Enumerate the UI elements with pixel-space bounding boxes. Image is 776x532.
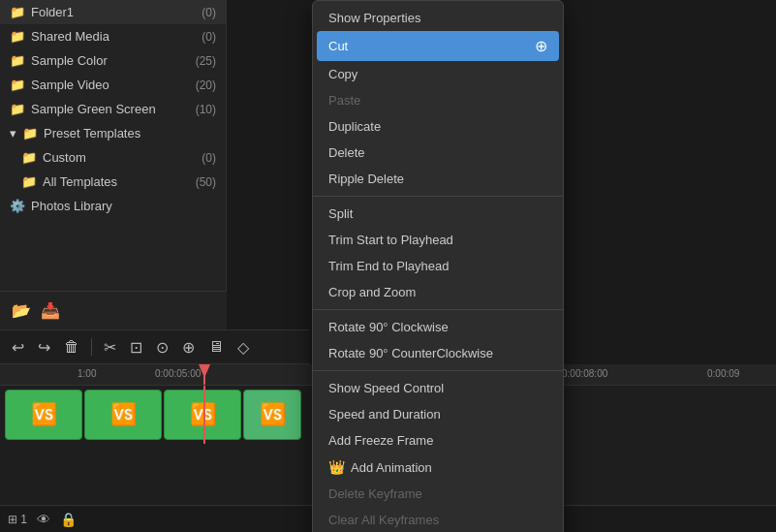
sidebar-item-label: Sample Video bbox=[31, 78, 109, 92]
menu-item-label: Cut bbox=[328, 39, 348, 53]
sidebar-item-label: Shared Media bbox=[31, 29, 109, 44]
menu-item-freeze-frame[interactable]: Add Freeze Frame bbox=[313, 427, 563, 454]
menu-item-speed-duration[interactable]: Speed and Duration bbox=[313, 401, 563, 427]
transform-button[interactable]: ⊕ bbox=[178, 336, 199, 359]
context-menu: Show Properties Cut ⊕ Copy Paste Duplica… bbox=[312, 0, 564, 532]
sidebar-item-count: (0) bbox=[202, 6, 216, 19]
ruler-mark-3: 0:00:08:00 bbox=[562, 368, 607, 379]
menu-item-clear-keyframes: Clear All Keyframes bbox=[313, 507, 563, 532]
sidebar-item-label: Photos Library bbox=[31, 199, 112, 213]
menu-item-label: Crop and Zoom bbox=[328, 285, 416, 299]
menu-divider-3 bbox=[313, 370, 563, 371]
menu-item-label: Rotate 90° CounterClockwise bbox=[328, 346, 493, 360]
screen-button[interactable]: 🖥 bbox=[204, 336, 228, 358]
sidebar-item-folder1[interactable]: 📁 Folder1 (0) bbox=[0, 0, 226, 24]
chevron-down-icon: ▾ bbox=[10, 126, 16, 141]
folder-icon: 📁 bbox=[21, 174, 37, 189]
folder-icon: 📁 bbox=[10, 102, 25, 116]
menu-item-label: Add Animation bbox=[351, 460, 432, 475]
sidebar-item-custom[interactable]: 📁 Custom (0) bbox=[0, 145, 226, 170]
sidebar: 📁 Folder1 (0) 📁 Shared Media (0) 📁 Sampl… bbox=[0, 0, 227, 329]
menu-item-delete[interactable]: Delete bbox=[313, 140, 563, 166]
ruler-mark-1: 1:00 bbox=[78, 368, 96, 379]
folder-icon: 📁 bbox=[10, 53, 25, 68]
diamond-button[interactable]: ◇ bbox=[233, 336, 253, 359]
redo-button[interactable]: ↪ bbox=[34, 336, 54, 359]
menu-item-label: Show Speed Control bbox=[328, 381, 444, 395]
sidebar-item-label: Custom bbox=[43, 150, 86, 165]
ruler-mark-2: 0:00:05:00 bbox=[155, 368, 201, 379]
menu-item-ripple-delete[interactable]: Ripple Delete bbox=[313, 166, 563, 192]
menu-item-delete-keyframe: Delete Keyframe bbox=[313, 481, 563, 507]
folder-icon: 📁 bbox=[10, 29, 25, 44]
crop-button[interactable]: ⊡ bbox=[126, 336, 146, 359]
folder-icon: 📁 bbox=[10, 5, 25, 19]
menu-item-label: Trim End to Playhead bbox=[328, 259, 450, 273]
sidebar-item-count: (20) bbox=[196, 78, 216, 92]
playhead-ruler bbox=[203, 364, 205, 385]
sidebar-item-label: Sample Color bbox=[31, 53, 108, 68]
menu-item-split[interactable]: Split bbox=[313, 201, 563, 227]
playhead-line bbox=[203, 386, 205, 444]
sidebar-item-preset-templates[interactable]: ▾ 📁 Preset Templates bbox=[0, 121, 226, 145]
menu-item-label: Clear All Keyframes bbox=[328, 513, 439, 527]
sidebar-item-label: Preset Templates bbox=[44, 126, 140, 141]
menu-item-show-properties[interactable]: Show Properties bbox=[313, 5, 563, 31]
eye-icon[interactable]: 👁 bbox=[37, 512, 50, 527]
sidebar-bottom-toolbar: 📂 📥 bbox=[0, 291, 227, 329]
menu-item-label: Split bbox=[328, 206, 353, 221]
lock-icon[interactable]: 🔒 bbox=[60, 512, 77, 527]
clip-thumbnail-2: 🆚 bbox=[110, 402, 137, 427]
delete-button[interactable]: 🗑 bbox=[60, 336, 83, 358]
sidebar-item-green-screen[interactable]: 📁 Sample Green Screen (10) bbox=[0, 97, 226, 121]
sidebar-item-sample-video[interactable]: 📁 Sample Video (20) bbox=[0, 73, 226, 97]
menu-item-rotate-cw[interactable]: Rotate 90° Clockwise bbox=[313, 314, 563, 340]
menu-item-trim-start[interactable]: Trim Start to Playhead bbox=[313, 227, 563, 253]
menu-item-duplicate[interactable]: Duplicate bbox=[313, 113, 563, 140]
clip-4[interactable]: 🆚 bbox=[243, 390, 301, 440]
import-button[interactable]: 📥 bbox=[41, 301, 60, 320]
menu-item-add-animation[interactable]: 👑 Add Animation bbox=[313, 454, 563, 481]
ruler-mark-4: 0:00:09 bbox=[707, 368, 739, 379]
sidebar-item-photos-library[interactable]: ⚙️ Photos Library bbox=[0, 194, 226, 218]
menu-item-copy[interactable]: Copy bbox=[313, 61, 563, 87]
menu-item-label: Speed and Duration bbox=[328, 407, 441, 422]
clip-thumbnail-1: 🆚 bbox=[31, 402, 57, 427]
menu-item-label: Copy bbox=[328, 67, 357, 81]
top-toolbar: ↩ ↪ 🗑 ✂ ⊡ ⊙ ⊕ 🖥 ◇ bbox=[0, 329, 310, 364]
sidebar-item-count: (50) bbox=[196, 175, 216, 189]
menu-item-trim-end[interactable]: Trim End to Playhead bbox=[313, 253, 563, 279]
clip-2[interactable]: 🆚 bbox=[84, 390, 162, 440]
sidebar-item-count: (0) bbox=[202, 30, 216, 44]
menu-item-paste: Paste bbox=[313, 87, 563, 113]
menu-item-label: Rotate 90° Clockwise bbox=[328, 320, 449, 334]
menu-item-crop-zoom[interactable]: Crop and Zoom bbox=[313, 279, 563, 305]
undo-button[interactable]: ↩ bbox=[8, 336, 28, 359]
rotate-button[interactable]: ⊙ bbox=[152, 336, 172, 359]
folder-icon: 📁 bbox=[22, 126, 38, 141]
gear-icon: ⚙️ bbox=[10, 199, 25, 213]
menu-divider-2 bbox=[313, 309, 563, 310]
menu-item-label: Add Freeze Frame bbox=[328, 433, 433, 448]
menu-item-label: Paste bbox=[328, 93, 360, 108]
sidebar-item-count: (0) bbox=[202, 151, 216, 165]
sidebar-item-all-templates[interactable]: 📁 All Templates (50) bbox=[0, 170, 226, 194]
menu-divider bbox=[313, 196, 563, 197]
new-folder-button[interactable]: 📂 bbox=[12, 301, 31, 320]
cut-button[interactable]: ✂ bbox=[100, 336, 120, 359]
sidebar-item-count: (10) bbox=[196, 103, 216, 116]
sidebar-item-shared-media[interactable]: 📁 Shared Media (0) bbox=[0, 24, 226, 48]
crown-icon: 👑 bbox=[328, 459, 345, 475]
clip-1[interactable]: 🆚 bbox=[5, 390, 82, 440]
folder-icon: 📁 bbox=[10, 78, 25, 92]
menu-item-cut[interactable]: Cut ⊕ bbox=[317, 31, 559, 61]
menu-item-rotate-ccw[interactable]: Rotate 90° CounterClockwise bbox=[313, 340, 563, 366]
cursor-icon: ⊕ bbox=[535, 37, 547, 55]
menu-item-label: Delete Keyframe bbox=[328, 486, 422, 501]
clip-3[interactable]: 🆚 bbox=[164, 390, 241, 440]
sidebar-item-sample-color[interactable]: 📁 Sample Color (25) bbox=[0, 48, 226, 73]
menu-item-speed-control[interactable]: Show Speed Control bbox=[313, 375, 563, 401]
toolbar-separator bbox=[91, 338, 92, 356]
menu-item-label: Ripple Delete bbox=[328, 172, 404, 186]
menu-item-label: Delete bbox=[328, 145, 365, 160]
